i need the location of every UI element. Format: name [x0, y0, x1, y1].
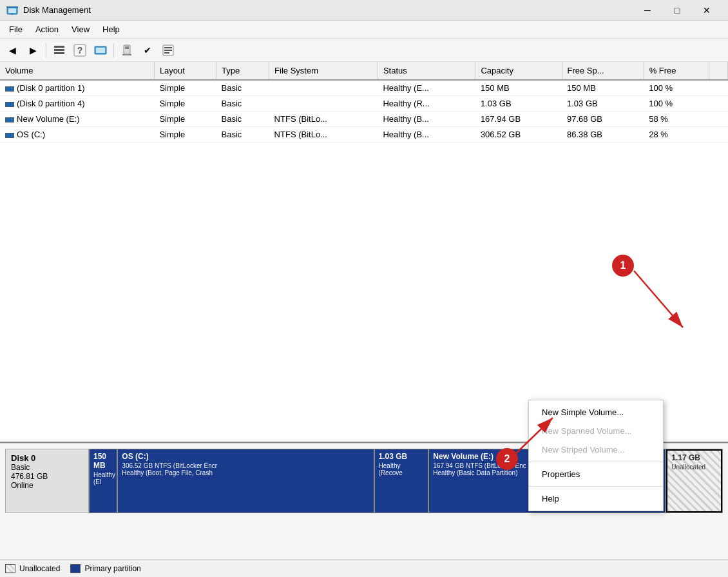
context-menu-separator: [529, 462, 663, 462]
close-button[interactable]: ✕: [692, 0, 722, 21]
context-menu-item-new-simple[interactable]: New Simple Volume...: [529, 403, 663, 422]
maximize-button[interactable]: □: [662, 0, 692, 21]
cell-capacity: 167.94 GB: [475, 112, 562, 127]
partition-sublabel: Healthy (El: [93, 471, 113, 485]
cell-percentfree: 28 %: [644, 127, 709, 142]
context-menu-item-new-spanned: New Spanned Volume...: [529, 422, 663, 440]
table-header-row: Volume Layout Type File System Status Ca…: [0, 62, 728, 80]
minimize-button[interactable]: ─: [633, 0, 662, 21]
cell-layout: Simple: [154, 80, 216, 96]
cell-percentfree: 100 %: [644, 80, 709, 96]
svg-rect-13: [122, 54, 131, 55]
toolbar-separator-1: [46, 43, 46, 57]
svg-rect-4: [54, 46, 64, 48]
cell-extra: [709, 96, 727, 112]
col-filesystem: File System: [269, 62, 378, 80]
partition-sublabel: Unallocated: [671, 464, 717, 471]
list-view-button[interactable]: [50, 41, 69, 59]
annotation-2: 2: [496, 448, 518, 470]
check-button[interactable]: ✔: [138, 41, 157, 59]
status-bar: Unallocated Primary partition: [0, 559, 728, 577]
disk-status: Online: [11, 481, 83, 490]
volume-icon: [5, 117, 14, 122]
legend-unallocated: Unallocated: [5, 564, 60, 573]
disk-name: Disk 0: [11, 453, 83, 463]
legend-primary-box: [70, 564, 81, 573]
table-row[interactable]: OS (C:) Simple Basic NTFS (BitLo... Heal…: [0, 127, 728, 142]
disk-partition-p2[interactable]: OS (C:)306.52 GB NTFS (BitLocker EncrHea…: [118, 449, 374, 513]
cell-status: Healthy (E...: [378, 80, 475, 96]
app-icon: [6, 5, 18, 16]
cell-status: Healthy (B...: [378, 127, 475, 142]
cell-type: Basic: [216, 112, 269, 127]
disk-partition-p5[interactable]: 1.17 GBUnallocated: [666, 449, 722, 513]
table-row[interactable]: (Disk 0 partition 4) Simple Basic Health…: [0, 96, 728, 112]
toolbar-separator-2: [113, 43, 114, 57]
cell-extra: [709, 80, 727, 96]
table-row[interactable]: (Disk 0 partition 1) Simple Basic Health…: [0, 80, 728, 96]
context-menu-separator: [529, 486, 663, 487]
disk-type: Basic: [11, 463, 83, 472]
cell-capacity: 306.52 GB: [475, 127, 562, 142]
col-type: Type: [216, 62, 269, 80]
col-layout: Layout: [154, 62, 216, 80]
partition-sublabel: Healthy (Recove: [379, 462, 425, 476]
window-title: Disk Management: [23, 5, 633, 15]
cell-volume: OS (C:): [0, 127, 154, 142]
menu-action[interactable]: Action: [29, 22, 65, 37]
svg-text:?: ?: [77, 45, 83, 55]
cell-status: Healthy (B...: [378, 112, 475, 127]
menu-file[interactable]: File: [3, 22, 29, 37]
col-volume: Volume: [0, 62, 154, 80]
cell-volume: New Volume (E:): [0, 112, 154, 127]
table-row[interactable]: New Volume (E:) Simple Basic NTFS (BitLo…: [0, 112, 728, 127]
svg-rect-1: [8, 8, 16, 13]
legend-primary-label: Primary partition: [84, 564, 140, 573]
disk-table: Volume Layout Type File System Status Ca…: [0, 62, 728, 142]
cell-free: 97.68 GB: [562, 112, 644, 127]
toolbar: ◀ ▶ ? ✔: [0, 39, 728, 62]
svg-rect-17: [164, 52, 169, 54]
help-button[interactable]: ?: [70, 41, 90, 59]
col-capacity: Capacity: [475, 62, 562, 80]
context-menu-item-properties[interactable]: Properties: [529, 465, 663, 484]
menu-view[interactable]: View: [65, 22, 96, 37]
title-bar: Disk Management ─ □ ✕: [0, 0, 728, 21]
cell-filesystem: NTFS (BitLo...: [269, 112, 378, 127]
cell-percentfree: 58 %: [644, 112, 709, 127]
disk-view-button[interactable]: [91, 41, 110, 59]
col-status: Status: [378, 62, 475, 80]
svg-rect-10: [96, 48, 105, 53]
menu-help[interactable]: Help: [96, 22, 126, 37]
svg-rect-5: [54, 49, 64, 51]
volume-icon: [5, 102, 14, 107]
forward-button[interactable]: ▶: [23, 41, 43, 59]
context-menu-item-new-striped: New Striped Volume...: [529, 440, 663, 459]
svg-rect-15: [164, 47, 172, 48]
context-menu-item-help[interactable]: Help: [529, 489, 663, 508]
svg-rect-12: [125, 46, 129, 49]
removable-button[interactable]: [117, 41, 137, 59]
back-button[interactable]: ◀: [3, 41, 22, 59]
legend-unallocated-box: [5, 564, 15, 573]
volume-icon: [5, 133, 14, 138]
partition-name: 1.03 GB: [379, 452, 425, 461]
partition-name: 1.17 GB: [671, 453, 717, 462]
cell-volume: (Disk 0 partition 4): [0, 96, 154, 112]
cell-status: Healthy (R...: [378, 96, 475, 112]
cell-extra: [709, 127, 727, 142]
volume-icon: [5, 86, 14, 92]
context-menu: New Simple Volume...New Spanned Volume..…: [528, 400, 664, 511]
cell-filesystem: [269, 80, 378, 96]
cell-type: Basic: [216, 127, 269, 142]
disk-partition-p3[interactable]: 1.03 GBHealthy (Recove: [375, 449, 430, 513]
cell-free: 1.03 GB: [562, 96, 644, 112]
disk-partition-p1[interactable]: 150 MBHealthy (El: [90, 449, 118, 513]
disk-label: Disk 0 Basic 476.81 GB Online: [5, 449, 89, 513]
legend-unallocated-label: Unallocated: [19, 564, 60, 573]
svg-rect-2: [6, 6, 18, 8]
properties-button[interactable]: [158, 41, 178, 59]
window-controls: ─ □ ✕: [633, 0, 722, 21]
annotation-1: 1: [612, 255, 634, 277]
disk-table-area: Volume Layout Type File System Status Ca…: [0, 62, 728, 443]
